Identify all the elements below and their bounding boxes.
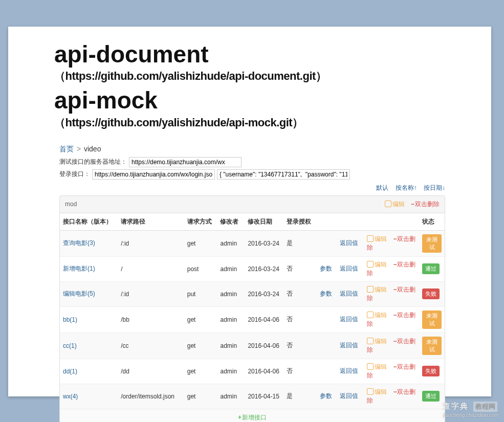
th-method: 请求方式 xyxy=(184,213,217,231)
table-row: 查询电影(3)/:idgetadmin2016-03-24是返回值编辑双击删除未… xyxy=(60,230,445,256)
th-editor: 修改者 xyxy=(217,213,245,231)
headline-1: api-document xyxy=(54,42,461,66)
th-date: 修改日期 xyxy=(245,213,283,231)
cell-path: / xyxy=(118,256,184,281)
watermark-box: 教程网 xyxy=(473,402,497,412)
return-link[interactable]: 返回值 xyxy=(340,239,358,247)
row-edit-link[interactable]: 编辑 xyxy=(367,388,387,395)
status-badge: 通过 xyxy=(422,263,440,274)
status-badge: 通过 xyxy=(422,391,440,402)
th-auth: 登录授权 xyxy=(283,213,317,231)
headline-2: api-mock xyxy=(54,88,461,113)
row-edit-link[interactable]: 编辑 xyxy=(367,286,387,293)
api-name-link[interactable]: 编辑电影(5) xyxy=(63,290,95,297)
api-table: 接口名称（版本） 请求路径 请求方式 修改者 修改日期 登录授权 状态 查询电影… xyxy=(60,213,445,422)
headline-1-url: （https://github.com/yalishizhude/api-doc… xyxy=(54,69,461,84)
sort-by-date[interactable]: 按日期↓ xyxy=(424,184,445,191)
server-input[interactable] xyxy=(129,157,242,167)
row-edit-link[interactable]: 编辑 xyxy=(367,261,387,268)
cell-path: /:id xyxy=(118,281,184,306)
cell-date: 2016-03-24 xyxy=(245,230,283,256)
table-row: dd(1)/ddgetadmin2016-04-06否返回值编辑双击删除失败 xyxy=(60,359,445,384)
api-name-link[interactable]: 查询电影(3) xyxy=(63,239,95,247)
return-link[interactable]: 返回值 xyxy=(340,316,358,323)
module-delete-link[interactable]: 双击删除 xyxy=(411,200,440,209)
login-label: 登录接口： xyxy=(59,170,90,179)
return-link[interactable]: 返回值 xyxy=(340,342,358,349)
cell-editor: admin xyxy=(217,281,245,306)
breadcrumb-current: video xyxy=(84,145,101,153)
watermark: 查字典 教程网 jiaocheng.chazidian.com xyxy=(443,402,499,418)
api-name-link[interactable]: wx(4) xyxy=(63,393,78,400)
server-label: 测试接口的服务器地址： xyxy=(59,158,127,166)
status-badge: 未测试 xyxy=(422,234,442,253)
table-header-row: 接口名称（版本） 请求路径 请求方式 修改者 修改日期 登录授权 状态 xyxy=(60,213,445,231)
param-link[interactable]: 参数 xyxy=(320,392,332,399)
th-param xyxy=(317,213,337,231)
sort-default[interactable]: 默认 xyxy=(376,184,388,191)
row-edit-link[interactable]: 编辑 xyxy=(367,338,387,345)
api-name-link[interactable]: 新增电影(1) xyxy=(63,265,95,272)
status-badge: 未测试 xyxy=(422,310,442,329)
breadcrumb-home[interactable]: 首页 xyxy=(59,145,74,153)
login-url-input[interactable] xyxy=(92,169,215,180)
th-status: 状态 xyxy=(419,213,445,231)
param-link[interactable]: 参数 xyxy=(320,265,332,272)
cell-method: get xyxy=(184,359,217,384)
status-badge: 失败 xyxy=(422,288,440,299)
cell-editor: admin xyxy=(217,384,245,409)
cell-auth: 否 xyxy=(283,359,317,384)
cell-method: put xyxy=(184,281,217,306)
cell-path: /cc xyxy=(118,332,184,359)
login-body-input[interactable] xyxy=(217,169,350,180)
sort-by-name[interactable]: 按名称↑ xyxy=(396,184,417,191)
cell-path: /bb xyxy=(118,306,184,332)
param-link[interactable]: 参数 xyxy=(320,290,332,297)
cell-path: /:id xyxy=(118,230,184,256)
cell-date: 2016-03-24 xyxy=(245,281,283,306)
cell-editor: admin xyxy=(217,332,245,359)
cell-auth: 否 xyxy=(283,332,317,359)
module-title: mod xyxy=(65,201,385,208)
add-api-link[interactable]: 新增接口 xyxy=(238,414,267,421)
cell-auth: 是 xyxy=(283,384,317,409)
status-badge: 失败 xyxy=(422,366,440,376)
api-name-link[interactable]: cc(1) xyxy=(63,342,77,349)
cell-editor: admin xyxy=(217,256,245,281)
cell-auth: 否 xyxy=(283,281,317,306)
th-act xyxy=(364,213,419,231)
return-link[interactable]: 返回值 xyxy=(340,392,358,399)
cell-date: 2016-04-15 xyxy=(245,384,283,409)
return-link[interactable]: 返回值 xyxy=(340,290,358,297)
watermark-brand: 查字典 xyxy=(443,402,469,410)
server-line: 测试接口的服务器地址： xyxy=(59,157,445,167)
cell-method: get xyxy=(184,230,217,256)
cell-date: 2016-04-06 xyxy=(245,332,283,359)
cell-editor: admin xyxy=(217,359,245,384)
content-area: 首页 > video 测试接口的服务器地址： 登录接口： 默认 按名称↑ 按日期… xyxy=(8,135,491,422)
headlines: api-document （https://github.com/yalishi… xyxy=(8,42,491,130)
watermark-url: jiaocheng.chazidian.com xyxy=(443,412,499,418)
module-panel: mod 编辑 双击删除 接口名称（版本） 请求路径 请求方式 修改者 修改日期 … xyxy=(59,195,445,422)
cell-method: get xyxy=(184,306,217,332)
cell-path: /order/itemsold.json xyxy=(118,384,184,409)
login-line: 登录接口： xyxy=(59,169,445,180)
th-path: 请求路径 xyxy=(118,213,184,231)
status-badge: 未测试 xyxy=(422,337,442,355)
cell-method: post xyxy=(184,256,217,281)
api-name-link[interactable]: dd(1) xyxy=(63,368,77,375)
th-name: 接口名称（版本） xyxy=(60,213,118,231)
module-edit-link[interactable]: 编辑 xyxy=(385,200,405,209)
table-row: cc(1)/ccgetadmin2016-04-06否返回值编辑双击删除未测试 xyxy=(60,332,445,359)
table-row: 新增电影(1)/postadmin2016-03-24否参数返回值编辑双击删除通… xyxy=(60,256,445,281)
row-edit-link[interactable]: 编辑 xyxy=(367,312,387,319)
return-link[interactable]: 返回值 xyxy=(340,367,358,374)
row-edit-link[interactable]: 编辑 xyxy=(367,235,387,242)
cell-auth: 否 xyxy=(283,306,317,332)
sort-links: 默认 按名称↑ 按日期↓ xyxy=(59,184,445,192)
api-name-link[interactable]: bb(1) xyxy=(63,316,77,323)
headline-2-url: （https://github.com/yalishizhude/api-moc… xyxy=(54,115,461,130)
cell-path: /dd xyxy=(118,359,184,384)
return-link[interactable]: 返回值 xyxy=(340,265,358,272)
row-edit-link[interactable]: 编辑 xyxy=(367,363,387,370)
